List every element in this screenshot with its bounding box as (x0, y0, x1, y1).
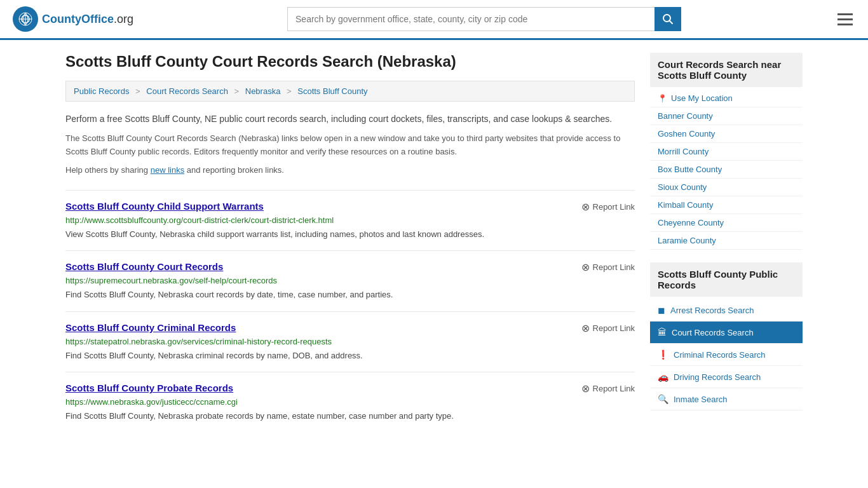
result-item: Scotts Bluff County Court Records ⊗ Repo… (65, 250, 635, 311)
menu-line (837, 24, 853, 25)
nearby-county-link[interactable]: Morrill County (658, 147, 709, 156)
record-label: Arrest Records Search (670, 306, 754, 315)
public-record-link[interactable]: 🚗 Driving Records Search (650, 366, 803, 388)
result-title[interactable]: Scotts Bluff County Child Support Warran… (65, 201, 264, 212)
report-icon: ⊗ (581, 261, 590, 273)
report-link-label: Report Link (593, 323, 635, 333)
record-label: Court Records Search (672, 328, 754, 337)
nearby-county-link[interactable]: Sioux County (658, 182, 707, 192)
result-title[interactable]: Scotts Bluff County Probate Records (65, 383, 233, 393)
nearby-county-link[interactable]: Box Butte County (658, 165, 722, 174)
nearby-section: Court Records Search near Scotts Bluff C… (650, 53, 803, 250)
svg-line-5 (670, 21, 673, 24)
report-link-label: Report Link (593, 262, 635, 272)
public-records-heading: Scotts Bluff County Public Records (650, 262, 803, 297)
result-url[interactable]: http://www.scottsbluffcounty.org/court-d… (65, 215, 635, 225)
nearby-county-item: Box Butte County (650, 161, 803, 179)
record-label: Inmate Search (674, 395, 728, 404)
report-link-button[interactable]: ⊗ Report Link (581, 383, 635, 395)
search-input[interactable] (287, 7, 654, 31)
breadcrumb-scotts-bluff[interactable]: Scotts Bluff County (297, 86, 367, 96)
result-desc: Find Scotts Bluff County, Nebraska crimi… (65, 349, 635, 362)
nearby-county-item: Morrill County (650, 143, 803, 161)
nearby-county-link[interactable]: Goshen County (658, 129, 715, 139)
public-records-section: Scotts Bluff County Public Records ◼ Arr… (650, 262, 803, 410)
report-icon: ⊗ (581, 201, 590, 213)
breadcrumb: Public Records > Court Records Search > … (65, 81, 635, 102)
result-url[interactable]: https://statepatrol.nebraska.gov/service… (65, 337, 635, 346)
help-text: Help others by sharing new links and rep… (65, 165, 635, 175)
report-link-button[interactable]: ⊗ Report Link (581, 322, 635, 334)
intro-secondary-text: The Scotts Bluff County Court Records Se… (65, 132, 635, 159)
record-icon: 🔍 (658, 394, 668, 404)
logo-icon (13, 6, 38, 32)
record-label: Driving Records Search (674, 372, 761, 382)
nearby-county-item: Cheyenne County (650, 214, 803, 232)
public-record-item[interactable]: 🏛 Court Records Search (650, 322, 803, 344)
result-desc: View Scotts Bluff County, Nebraska child… (65, 228, 635, 241)
logo-suffix: .org (114, 13, 133, 25)
report-icon: ⊗ (581, 383, 590, 395)
menu-line (837, 13, 853, 15)
nearby-county-item: Kimball County (650, 196, 803, 214)
new-links-link[interactable]: new links (151, 165, 184, 175)
nearby-county-item: Laramie County (650, 232, 803, 250)
report-link-button[interactable]: ⊗ Report Link (581, 201, 635, 213)
nearby-county-link[interactable]: Laramie County (658, 236, 716, 245)
result-url[interactable]: https://www.nebraska.gov/justicecc/ccnam… (65, 397, 635, 407)
sidebar: Court Records Search near Scotts Bluff C… (650, 53, 803, 433)
result-url[interactable]: https://supremecourt.nebraska.gov/self-h… (65, 276, 635, 285)
breadcrumb-sep: > (234, 86, 240, 96)
use-my-location-item[interactable]: Use My Location (650, 90, 803, 107)
report-link-label: Report Link (593, 202, 635, 212)
search-area (287, 7, 681, 31)
result-item: Scotts Bluff County Child Support Warran… (65, 190, 635, 251)
public-record-link[interactable]: 🏛 Court Records Search (650, 322, 803, 343)
record-label: Criminal Records Search (674, 350, 766, 360)
report-link-label: Report Link (593, 384, 635, 393)
menu-line (837, 18, 853, 20)
nearby-county-link[interactable]: Banner County (658, 111, 713, 121)
record-icon: ❗ (658, 349, 668, 360)
result-desc: Find Scotts Bluff County, Nebraska court… (65, 288, 635, 301)
result-title[interactable]: Scotts Bluff County Criminal Records (65, 322, 236, 333)
search-button[interactable] (654, 7, 681, 31)
record-icon: ◼ (658, 305, 665, 315)
nearby-county-link[interactable]: Kimball County (658, 200, 713, 210)
nearby-heading: Court Records Search near Scotts Bluff C… (650, 53, 803, 87)
nearby-county-item: Goshen County (650, 125, 803, 143)
public-record-item[interactable]: 🚗 Driving Records Search (650, 366, 803, 388)
record-icon: 🚗 (658, 372, 668, 382)
page-title: Scotts Bluff County Court Records Search… (65, 53, 635, 71)
nearby-county-item: Banner County (650, 107, 803, 125)
result-item: Scotts Bluff County Probate Records ⊗ Re… (65, 372, 635, 433)
public-record-link[interactable]: ❗ Criminal Records Search (650, 344, 803, 365)
nearby-county-list: Use My LocationBanner CountyGoshen Count… (650, 90, 803, 250)
public-record-item[interactable]: ❗ Criminal Records Search (650, 344, 803, 366)
public-record-item[interactable]: ◼ Arrest Records Search (650, 299, 803, 322)
logo-area: CountyOffice.org (13, 6, 133, 32)
breadcrumb-public-records[interactable]: Public Records (74, 86, 129, 96)
result-title[interactable]: Scotts Bluff County Court Records (65, 261, 223, 272)
use-location-link[interactable]: Use My Location (671, 93, 733, 103)
result-desc: Find Scotts Bluff County, Nebraska proba… (65, 410, 635, 423)
breadcrumb-sep: > (287, 86, 292, 96)
public-records-list: ◼ Arrest Records Search 🏛 Court Records … (650, 299, 803, 410)
nearby-county-item: Sioux County (650, 179, 803, 196)
public-record-link[interactable]: ◼ Arrest Records Search (650, 299, 803, 321)
record-icon: 🏛 (658, 327, 667, 337)
result-item: Scotts Bluff County Criminal Records ⊗ R… (65, 311, 635, 372)
breadcrumb-nebraska[interactable]: Nebraska (245, 86, 281, 96)
results-list: Scotts Bluff County Child Support Warran… (65, 190, 635, 433)
public-record-item[interactable]: 🔍 Inmate Search (650, 388, 803, 410)
report-icon: ⊗ (581, 322, 590, 334)
breadcrumb-sep: > (135, 86, 140, 96)
report-link-button[interactable]: ⊗ Report Link (581, 261, 635, 273)
public-record-link[interactable]: 🔍 Inmate Search (650, 388, 803, 410)
intro-main-text: Perform a free Scotts Bluff County, NE p… (65, 112, 635, 126)
breadcrumb-court-records[interactable]: Court Records Search (146, 86, 228, 96)
hamburger-menu-button[interactable] (835, 11, 855, 28)
nearby-county-link[interactable]: Cheyenne County (658, 218, 724, 227)
logo-text: CountyOffice.org (42, 13, 133, 26)
search-icon (662, 13, 674, 25)
